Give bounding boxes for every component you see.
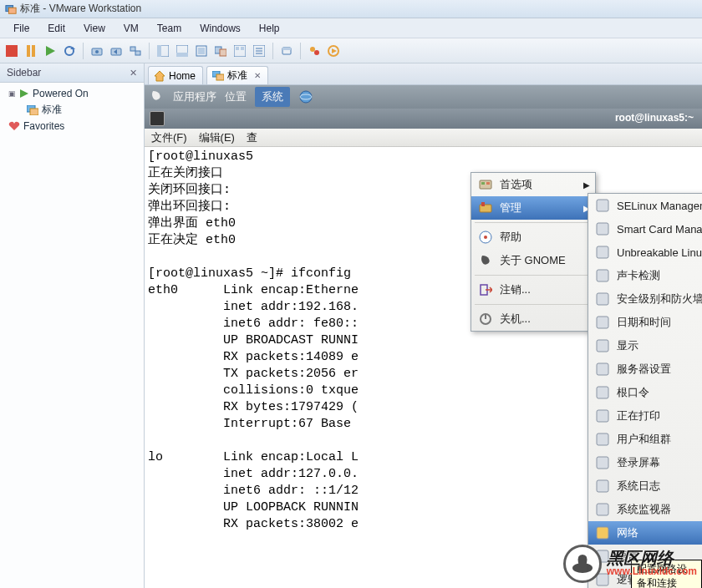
menu-help[interactable]: 帮助: [471, 226, 595, 249]
admin-item-0[interactable]: SELinux Management: [588, 194, 702, 217]
tree-vm-item[interactable]: 标准: [3, 101, 140, 119]
admin-item-icon: [595, 291, 610, 307]
svg-rect-65: [597, 480, 608, 492]
admin-item-icon: [595, 432, 610, 447]
admin-item-11[interactable]: 登录屏幕: [588, 451, 702, 474]
quickswitch-button[interactable]: [174, 43, 191, 59]
console-view-button[interactable]: [231, 43, 248, 59]
tree-powered-on[interactable]: ▣ Powered On: [3, 86, 140, 101]
summary-view-button[interactable]: [251, 43, 267, 59]
admin-item-icon: [595, 479, 610, 494]
menu-admin-label: 管理: [500, 200, 521, 215]
menu-team[interactable]: Team: [149, 20, 190, 37]
svg-rect-56: [597, 270, 608, 281]
admin-item-7[interactable]: 服务器设置▶: [588, 357, 702, 381]
terminal-menubar: 文件(F) 编辑(E) 查: [145, 129, 702, 147]
admin-item-4[interactable]: 安全级别和防火墙: [588, 287, 702, 311]
reset-button[interactable]: [61, 43, 78, 59]
watermark-logo: [563, 545, 602, 583]
app-toolbar: [0, 38, 702, 63]
admin-item-13[interactable]: 系统监视器: [588, 498, 702, 521]
svg-rect-44: [481, 182, 485, 185]
menu-file[interactable]: File: [5, 20, 38, 37]
admin-item-icon: [595, 362, 610, 377]
capture-input-button[interactable]: [278, 43, 295, 59]
tab-close-icon[interactable]: ✕: [254, 71, 261, 80]
admin-item-icon: [595, 455, 610, 470]
snapshot-button[interactable]: [89, 43, 105, 59]
tree-label-favorites: Favorites: [23, 120, 64, 132]
tab-home-label: Home: [169, 70, 196, 82]
svg-marker-34: [332, 48, 337, 53]
svg-rect-59: [597, 340, 608, 352]
admin-item-10[interactable]: 用户和组群: [588, 428, 702, 451]
gnome-icon: [478, 253, 493, 268]
menu-edit[interactable]: Edit: [39, 20, 74, 37]
svg-point-32: [314, 50, 319, 55]
menu-help-label: 帮助: [500, 230, 521, 245]
tab-strip: Home 标准 ✕: [145, 63, 702, 85]
menu-vm[interactable]: VM: [115, 20, 147, 37]
panel-system[interactable]: 系统: [255, 87, 290, 107]
admin-item-label: 网络: [617, 525, 638, 540]
replay-button[interactable]: [325, 43, 342, 59]
admin-item-12[interactable]: 系统日志: [588, 474, 702, 498]
tab-home[interactable]: Home: [148, 66, 203, 84]
menu-view[interactable]: View: [75, 20, 114, 37]
svg-rect-1: [8, 8, 16, 13]
term-menu-edit[interactable]: 编辑(E): [199, 130, 235, 145]
admin-item-9[interactable]: 正在打印: [588, 404, 702, 428]
team-button[interactable]: [306, 43, 323, 59]
vm-icon: [27, 105, 38, 115]
home-icon: [154, 70, 165, 82]
menu-logout[interactable]: 注销...: [471, 278, 595, 302]
svg-rect-23: [236, 47, 239, 50]
panel-apps[interactable]: 应用程序: [173, 89, 216, 104]
menu-preferences[interactable]: 首选项 ▶: [471, 173, 595, 196]
admin-item-8[interactable]: 根口令: [588, 381, 702, 404]
browser-icon[interactable]: [298, 89, 313, 104]
svg-point-31: [310, 47, 315, 52]
admin-item-label: SELinux Management: [617, 200, 702, 212]
admin-item-5[interactable]: 日期和时间: [588, 311, 702, 334]
vm-icon: [212, 71, 224, 81]
menu-shutdown-label: 关机...: [500, 312, 531, 327]
manage-snapshots-button[interactable]: [127, 43, 144, 59]
tab-vm[interactable]: 标准 ✕: [206, 66, 268, 84]
admin-item-6[interactable]: 显示: [588, 334, 702, 357]
tree-favorites[interactable]: Favorites: [3, 119, 140, 134]
admin-item-icon: [595, 245, 610, 260]
menu-help[interactable]: Help: [251, 20, 288, 37]
svg-rect-19: [198, 48, 205, 54]
revert-button[interactable]: [108, 43, 125, 59]
sidebar-close-icon[interactable]: ✕: [130, 68, 137, 79]
svg-rect-57: [597, 293, 608, 305]
menu-shutdown[interactable]: 关机...: [471, 307, 595, 331]
admin-item-14[interactable]: 网络↖: [588, 521, 702, 545]
admin-item-2[interactable]: Unbreakable Linux Network Configuration: [588, 241, 702, 264]
tree-label-vm: 标准: [42, 103, 62, 117]
admin-item-3[interactable]: 声卡检测: [588, 264, 702, 287]
fullscreen-button[interactable]: [193, 43, 210, 59]
svg-rect-12: [130, 47, 135, 51]
menu-separator: [475, 304, 592, 305]
sidebar-title: Sidebar: [7, 67, 41, 79]
admin-item-1[interactable]: Smart Card Manager: [588, 217, 702, 241]
svg-rect-55: [597, 246, 608, 258]
svg-rect-4: [32, 45, 35, 57]
unity-button[interactable]: [212, 43, 229, 59]
pause-button[interactable]: [23, 43, 39, 59]
terminal-icon[interactable]: [150, 111, 165, 126]
admin-item-icon: [595, 268, 610, 283]
term-menu-file[interactable]: 文件(F): [151, 130, 187, 145]
panel-places[interactable]: 位置: [225, 89, 247, 104]
play-button[interactable]: [42, 43, 58, 59]
term-menu-view[interactable]: 查: [247, 130, 257, 145]
menu-windows[interactable]: Windows: [191, 20, 249, 37]
sidebar-toggle-button[interactable]: [155, 43, 171, 59]
menu-admin[interactable]: 管理 ▶: [471, 196, 595, 220]
svg-rect-21: [220, 49, 226, 56]
stop-button[interactable]: [3, 43, 20, 59]
svg-rect-62: [597, 410, 608, 422]
menu-about-gnome[interactable]: 关于 GNOME: [471, 249, 595, 272]
